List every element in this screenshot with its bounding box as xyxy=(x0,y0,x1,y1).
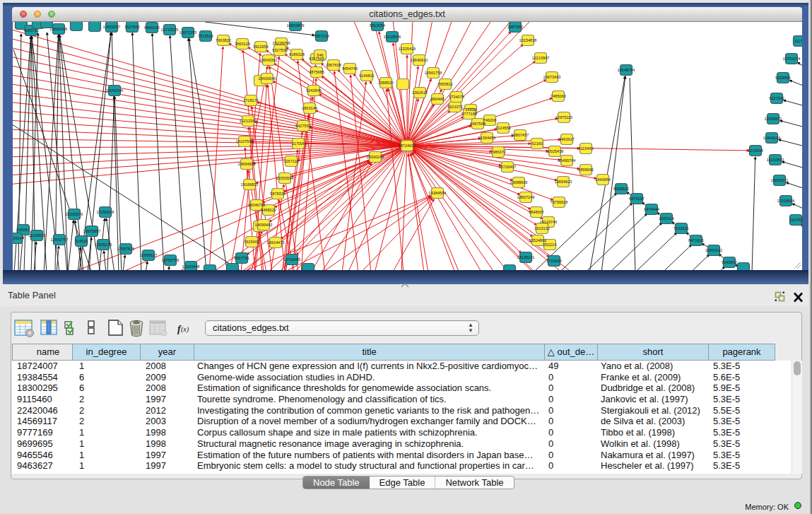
svg-text:10653267: 10653267 xyxy=(103,25,121,29)
svg-text:15751074: 15751074 xyxy=(783,57,801,61)
svg-text:1527602: 1527602 xyxy=(124,25,140,29)
svg-text:2987682: 2987682 xyxy=(507,25,523,29)
svg-text:1440954: 1440954 xyxy=(595,177,611,182)
svg-text:5498222: 5498222 xyxy=(261,208,276,212)
svg-text:18300295: 18300295 xyxy=(367,155,384,159)
svg-text:7625402: 7625402 xyxy=(244,240,259,244)
svg-text:13716485: 13716485 xyxy=(283,257,301,262)
svg-text:17957825: 17957825 xyxy=(117,247,135,251)
svg-text:9474444: 9474444 xyxy=(644,207,659,211)
svg-text:12505135: 12505135 xyxy=(95,243,112,247)
svg-text:20053346: 20053346 xyxy=(106,88,124,93)
svg-text:2967608: 2967608 xyxy=(326,63,341,67)
svg-text:10975887: 10975887 xyxy=(83,229,101,233)
svg-text:1362615: 1362615 xyxy=(412,90,428,95)
svg-text:13353594: 13353594 xyxy=(276,176,294,180)
svg-text:9227342: 9227342 xyxy=(769,96,784,100)
svg-text:43914: 43914 xyxy=(13,236,22,240)
svg-text:9657791: 9657791 xyxy=(234,256,249,260)
svg-text:62160: 62160 xyxy=(531,141,543,146)
svg-text:6466160: 6466160 xyxy=(144,25,160,30)
svg-text:17359928: 17359928 xyxy=(97,210,114,214)
svg-text:3267110: 3267110 xyxy=(283,159,298,163)
svg-text:10719155: 10719155 xyxy=(161,28,179,32)
svg-text:9245652: 9245652 xyxy=(722,260,737,264)
svg-text:2718176: 2718176 xyxy=(243,98,259,103)
svg-text:9463627: 9463627 xyxy=(559,137,575,141)
svg-text:16853809: 16853809 xyxy=(287,23,305,28)
svg-text:8813054: 8813054 xyxy=(370,23,385,28)
svg-text:21364456: 21364456 xyxy=(478,136,496,140)
svg-text:9848067: 9848067 xyxy=(529,210,544,214)
svg-text:7663822: 7663822 xyxy=(216,38,231,42)
svg-text:7955812: 7955812 xyxy=(437,82,453,86)
svg-text:9115460: 9115460 xyxy=(578,146,593,151)
svg-text:16961758: 16961758 xyxy=(425,71,442,75)
svg-text:15495764: 15495764 xyxy=(558,158,576,163)
svg-text:9329966: 9329966 xyxy=(775,76,791,80)
svg-text:10973493: 10973493 xyxy=(543,75,561,79)
svg-text:12444194: 12444194 xyxy=(763,136,781,140)
svg-text:16543362: 16543362 xyxy=(260,58,278,62)
svg-text:3875685: 3875685 xyxy=(309,70,324,74)
svg-text:7986372: 7986372 xyxy=(490,150,506,154)
svg-text:12023448: 12023448 xyxy=(182,264,200,269)
svg-text:6879197: 6879197 xyxy=(629,197,645,201)
svg-text:3124554: 3124554 xyxy=(495,126,511,130)
svg-text:19384554: 19384554 xyxy=(429,191,447,195)
svg-text:16782759: 16782759 xyxy=(162,258,180,262)
svg-text:11172: 11172 xyxy=(794,39,802,43)
svg-text:114519: 114519 xyxy=(75,239,88,243)
svg-text:15720407: 15720407 xyxy=(499,165,517,169)
svg-text:8427552: 8427552 xyxy=(295,124,311,128)
svg-text:10654112: 10654112 xyxy=(705,248,722,252)
svg-text:10154838: 10154838 xyxy=(519,38,537,42)
svg-text:546: 546 xyxy=(317,53,323,57)
svg-text:18724007: 18724007 xyxy=(399,144,416,148)
svg-text:1733426: 1733426 xyxy=(546,259,562,263)
svg-text:7857224: 7857224 xyxy=(314,34,329,38)
svg-text:16210643: 16210643 xyxy=(767,158,784,162)
svg-text:10671355: 10671355 xyxy=(180,30,197,35)
svg-text:12093872: 12093872 xyxy=(765,117,782,121)
svg-text:11325419: 11325419 xyxy=(399,47,416,51)
svg-text:16107553: 16107553 xyxy=(236,139,254,144)
svg-text:1621072: 1621072 xyxy=(447,105,463,109)
svg-text:9242845: 9242845 xyxy=(306,88,322,93)
svg-text:8454749: 8454749 xyxy=(342,66,358,71)
svg-text:11156829: 11156829 xyxy=(28,233,45,238)
svg-text:17016504: 17016504 xyxy=(777,199,795,203)
svg-text:3215938: 3215938 xyxy=(748,148,763,153)
svg-text:1615132: 1615132 xyxy=(534,226,550,230)
svg-text:4055712: 4055712 xyxy=(23,28,39,33)
svg-text:10958117: 10958117 xyxy=(140,253,157,257)
svg-text:19166825: 19166825 xyxy=(241,182,259,187)
svg-text:116753: 116753 xyxy=(789,218,802,222)
svg-text:317006: 317006 xyxy=(292,141,305,146)
svg-text:23691406: 23691406 xyxy=(50,27,68,31)
svg-text:6497568: 6497568 xyxy=(470,122,486,126)
svg-text:2933114: 2933114 xyxy=(659,216,673,221)
svg-text:12975115: 12975115 xyxy=(555,115,572,119)
svg-text:(x): (x) xyxy=(181,325,189,334)
svg-text:9146821: 9146821 xyxy=(359,74,375,78)
svg-text:8938923: 8938923 xyxy=(613,187,629,191)
svg-text:12942757: 12942757 xyxy=(51,238,69,242)
svg-text:5878334: 5878334 xyxy=(270,192,286,196)
svg-text:8186328: 8186328 xyxy=(289,52,305,57)
svg-text:15692871: 15692871 xyxy=(771,178,789,182)
svg-text:16914479: 16914479 xyxy=(267,240,285,245)
svg-text:2803144: 2803144 xyxy=(302,106,317,110)
svg-text:3912954: 3912954 xyxy=(253,45,269,49)
svg-text:19120746: 19120746 xyxy=(540,220,558,224)
svg-text:12213369: 12213369 xyxy=(240,119,257,123)
svg-text:10025438: 10025438 xyxy=(546,149,564,153)
svg-text:23226058: 23226058 xyxy=(273,41,290,45)
svg-text:7632621: 7632621 xyxy=(673,226,689,230)
svg-text:19654985: 19654985 xyxy=(238,162,256,166)
svg-text:7515526: 7515526 xyxy=(198,34,213,38)
svg-text:12213967: 12213967 xyxy=(532,56,550,60)
svg-text:6899695: 6899695 xyxy=(578,168,594,172)
svg-text:252214: 252214 xyxy=(543,243,557,247)
svg-text:990448: 990448 xyxy=(431,97,445,101)
